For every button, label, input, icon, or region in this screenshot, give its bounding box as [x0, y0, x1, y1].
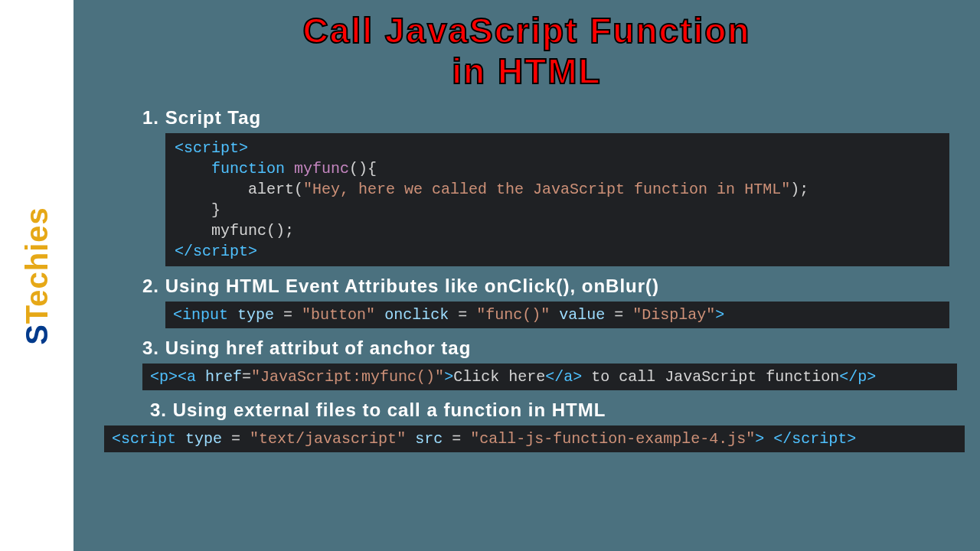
logo-rest: echies — [20, 207, 54, 307]
sidebar: STechies — [0, 0, 74, 551]
code-block-2: <input type = "button" onclick = "func()… — [165, 302, 949, 328]
heading-3: 3. Using href attribut of anchor tag — [142, 337, 957, 359]
heading-1: 1. Script Tag — [142, 107, 957, 129]
heading-4: 3. Using external files to call a functi… — [150, 399, 957, 421]
code-block-1: <script> function myfunc(){ alert("Hey, … — [165, 133, 949, 266]
logo: STechies — [20, 207, 54, 345]
page-title: Call JavaScript Function in HTML — [96, 11, 957, 92]
title-line2: in HTML — [452, 51, 601, 91]
logo-t: T — [20, 306, 54, 323]
main-content: Call JavaScript Function in HTML 1. Scri… — [74, 0, 980, 551]
title-line1: Call JavaScript Function — [303, 11, 751, 51]
heading-2: 2. Using HTML Event Attributes like onCl… — [142, 276, 957, 297]
code-block-3: <p><a href="JavaScript:myfunc()">Click h… — [142, 364, 957, 390]
code-block-4: <script type = "text/javascript" src = "… — [104, 425, 965, 452]
logo-s: S — [20, 324, 54, 345]
